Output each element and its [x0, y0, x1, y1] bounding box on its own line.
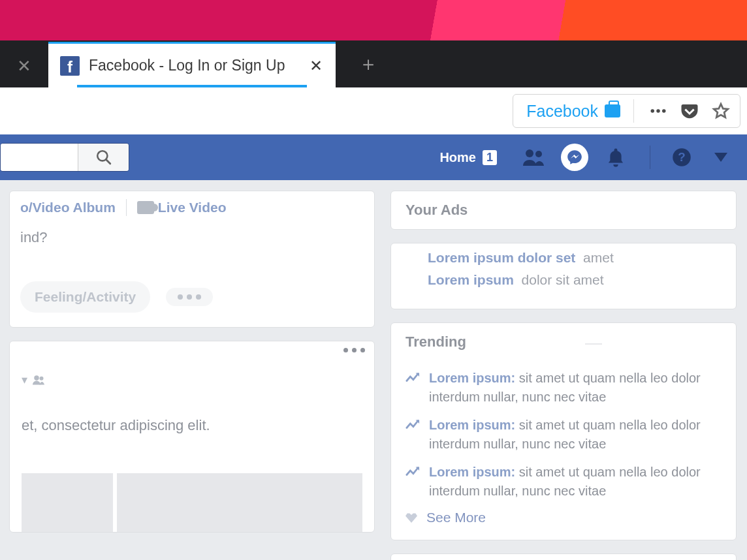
nav-icons: ? — [522, 144, 733, 171]
main-column: o/Video Album Live Video ind? Feeling/Ac… — [9, 191, 375, 560]
pocket-icon[interactable] — [680, 101, 699, 121]
new-tab-button[interactable]: ＋ — [355, 51, 381, 77]
trending-up-icon — [405, 371, 420, 383]
post-photo-grid — [22, 473, 362, 532]
trending-item[interactable]: Lorem ipsum: sit amet ut quam nella leo … — [405, 416, 722, 454]
svg-text:?: ? — [678, 150, 685, 164]
ad-item-title: Lorem ipsum — [428, 272, 514, 287]
post-menu-icon[interactable] — [343, 348, 365, 352]
trending-item[interactable]: Lorem ipsum: sit amet ut quam nella leo … — [405, 463, 722, 501]
composer-tab-live-label: Live Video — [158, 200, 227, 215]
composer-more-chip[interactable] — [166, 288, 213, 306]
trending-pager[interactable] — [585, 343, 602, 345]
search-wrap — [0, 143, 129, 172]
notifications-icon[interactable] — [604, 146, 628, 169]
content-area: o/Video Album Live Video ind? Feeling/Ac… — [0, 180, 747, 560]
friend-requests-icon[interactable] — [522, 146, 545, 169]
bookmark-star-icon[interactable] — [711, 101, 731, 121]
search-input[interactable] — [1, 144, 78, 171]
trending-card: Trending Lorem ipsum: sit amet ut quam n… — [390, 322, 737, 540]
window-decoration-strip — [0, 0, 747, 40]
composer-tab-live[interactable]: Live Video — [137, 200, 227, 215]
tab-strip: ✕ f Facebook - Log In or Sign Up ✕ ＋ — [0, 40, 747, 87]
container-icon — [605, 104, 620, 117]
nav-home[interactable]: Home 1 — [439, 150, 497, 165]
see-more-link[interactable]: See More — [426, 510, 486, 525]
nav-separator — [650, 146, 650, 169]
heart-icon — [405, 512, 417, 523]
svg-point-0 — [651, 109, 655, 113]
your-ads-card: Your Ads — [390, 191, 737, 230]
post-text: et, consectetur adipiscing elit. — [22, 417, 362, 434]
account-dropdown-icon[interactable] — [709, 146, 733, 169]
site-identity[interactable]: Facebook — [526, 99, 634, 123]
live-video-icon — [137, 201, 154, 214]
side-column: Your Ads Lorem ipsum dolor set amet Lore… — [390, 191, 737, 560]
page-actions — [648, 101, 731, 121]
ad-item-desc: amet — [583, 250, 614, 265]
facebook-top-bar: Home 1 ? — [0, 134, 747, 180]
composer-feeling-chip[interactable]: Feeling/Activity — [20, 281, 150, 313]
ad-item[interactable]: Lorem ipsum dolor sit amet — [428, 272, 722, 288]
help-icon[interactable]: ? — [670, 146, 693, 169]
feed-post: ▾ et, consectetur adipiscing elit. — [9, 341, 375, 533]
svg-point-9 — [34, 375, 39, 381]
nav-home-label: Home — [439, 150, 476, 165]
svg-point-6 — [535, 151, 542, 157]
svg-point-2 — [662, 109, 666, 113]
tab-facebook[interactable]: f Facebook - Log In or Sign Up ✕ — [48, 42, 336, 87]
search-button[interactable] — [78, 144, 129, 171]
sponsored-title: Sponsored — [391, 554, 736, 560]
post-photo[interactable] — [117, 473, 362, 532]
search-icon — [95, 149, 112, 166]
sponsored-card: Sponsored — [390, 553, 737, 560]
post-photo[interactable] — [22, 473, 113, 532]
page-actions-menu-icon[interactable] — [648, 101, 668, 121]
composer-tab-separator — [126, 199, 127, 216]
trending-title: Trending — [405, 334, 466, 350]
composer-card: o/Video Album Live Video ind? Feeling/Ac… — [9, 191, 375, 328]
ad-item-title: Lorem ipsum dolor set — [428, 250, 575, 265]
composer-tab-album[interactable]: o/Video Album — [20, 200, 116, 215]
ad-item-desc: dolor sit amet — [522, 272, 604, 287]
trending-up-icon — [405, 418, 420, 430]
ad-item[interactable]: Lorem ipsum dolor set amet — [428, 250, 722, 266]
tab-title: Facebook - Log In or Sign Up — [89, 57, 300, 74]
svg-line-4 — [106, 159, 110, 164]
composer-prompt[interactable]: ind? — [10, 224, 374, 272]
site-identity-label: Facebook — [526, 102, 598, 121]
audience-icon — [33, 375, 44, 385]
nav-home-badge: 1 — [483, 150, 497, 165]
post-privacy-icons: ▾ — [22, 373, 362, 387]
address-bar-row: Facebook — [0, 87, 747, 134]
prev-tab-close-icon[interactable]: ✕ — [17, 56, 31, 76]
address-bar[interactable]: Facebook — [513, 94, 740, 128]
facebook-favicon: f — [60, 56, 80, 76]
svg-point-5 — [526, 149, 533, 157]
close-tab-icon[interactable]: ✕ — [310, 57, 323, 75]
svg-point-1 — [656, 109, 660, 113]
your-ads-title: Your Ads — [391, 191, 736, 229]
trending-up-icon — [405, 465, 420, 477]
svg-point-10 — [40, 377, 44, 381]
trending-item[interactable]: Lorem ipsum: sit amet ut quam nella leo … — [405, 369, 722, 407]
ads-list-card: Lorem ipsum dolor set amet Lorem ipsum d… — [390, 243, 737, 309]
messenger-icon[interactable] — [561, 144, 588, 171]
